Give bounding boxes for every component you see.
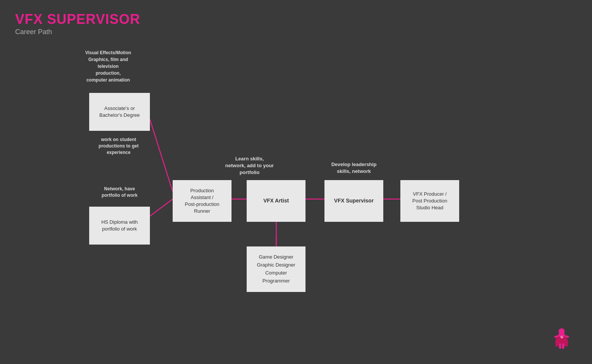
svg-rect-9 <box>559 344 561 349</box>
vfx-artist-box: VFX Artist <box>247 180 305 222</box>
header: VFX SUPERVISOR Career Path <box>15 11 140 36</box>
page-title: VFX SUPERVISOR <box>15 11 140 27</box>
production-assistant-box: ProductionAssistant /Post-productionRunn… <box>173 180 231 222</box>
work-student-label: work on studentproductions to getexperie… <box>89 136 148 155</box>
vfx-producer-box: VFX Producer /Post ProductionStudio Head <box>400 180 459 222</box>
career-diagram: Visual Effects/MotionGraphics, film andt… <box>15 49 471 315</box>
alternative-careers-box: Game DesignerGraphic DesignerComputerPro… <box>247 246 305 292</box>
logo: G <box>550 326 573 353</box>
svg-text:G: G <box>561 335 563 339</box>
svg-point-8 <box>559 328 565 334</box>
mascot-icon: G <box>550 326 573 353</box>
svg-line-1 <box>150 199 173 216</box>
vfx-supervisor-box: VFX Supervisor <box>324 180 383 222</box>
associates-box: Associate's orBachelor's Degree <box>89 93 150 131</box>
develop-leadership-label: Develop leadershipskills, network <box>324 161 383 175</box>
learn-skills-label: Learn skills,network, add to yourportfol… <box>220 155 279 176</box>
degree-label: Visual Effects/MotionGraphics, film andt… <box>68 49 148 83</box>
svg-rect-10 <box>562 344 564 349</box>
svg-line-0 <box>150 119 173 191</box>
hs-diploma-box: HS Diploma withportfolio of work <box>89 207 150 245</box>
network-label: Network, haveportfolio of work <box>89 186 150 199</box>
page-subtitle: Career Path <box>15 28 140 36</box>
